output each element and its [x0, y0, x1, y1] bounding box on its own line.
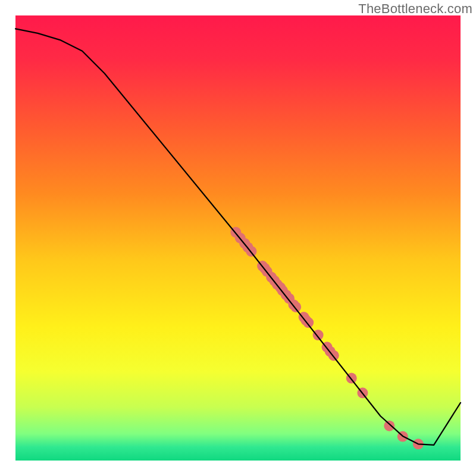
data-dot	[384, 421, 394, 431]
watermark-text: TheBottleneck.com	[358, 1, 472, 17]
chart-svg	[0, 0, 476, 476]
data-dot	[303, 317, 314, 328]
bottleneck-chart: TheBottleneck.com	[0, 0, 476, 476]
